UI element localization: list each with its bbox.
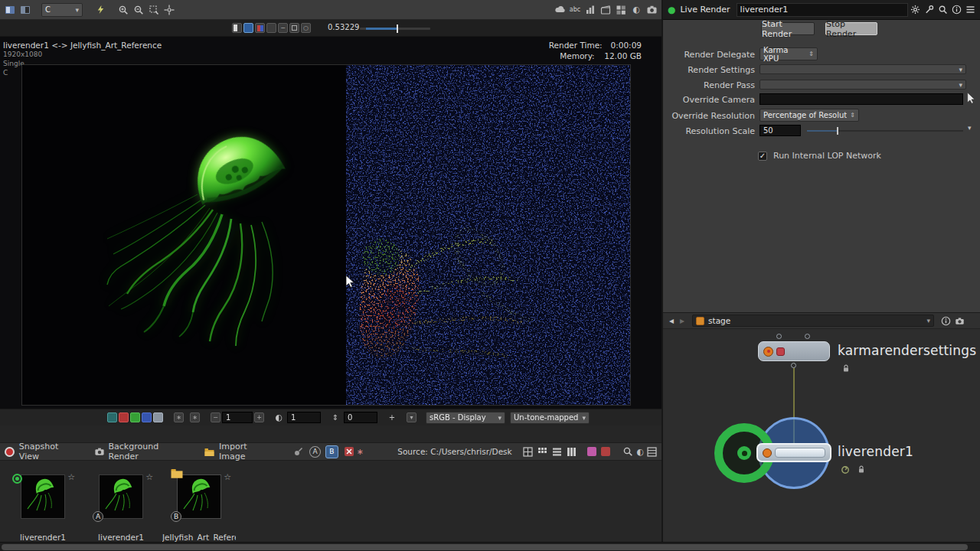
override-resolution-select[interactable]: Percentage of Resolution ⇕ <box>760 109 859 122</box>
override-camera-field[interactable] <box>760 93 963 105</box>
gallery-options-icon[interactable]: ∗ <box>354 445 368 458</box>
flipbook-icon[interactable] <box>599 3 612 17</box>
zoom-in-icon[interactable] <box>116 3 130 17</box>
nav-forward-icon[interactable]: ▸ <box>677 315 688 326</box>
inspect-pixel-icon[interactable] <box>162 3 176 17</box>
search-icon[interactable] <box>622 446 633 457</box>
tonemap-select[interactable]: Un-tone-mapped▾ <box>510 412 590 424</box>
offset-field[interactable]: 0 <box>344 412 377 423</box>
ladder-menu-icon[interactable]: ▾ <box>968 124 972 132</box>
colorspace-select[interactable]: sRGB - Display▾ <box>426 412 505 424</box>
gamma-icon[interactable]: ◐ <box>629 3 643 17</box>
display-options-icon[interactable]: ◐ <box>633 445 647 458</box>
wrench-icon[interactable] <box>922 3 936 17</box>
node-liverender1[interactable] <box>756 443 831 462</box>
background-render-button[interactable]: Background Render <box>109 442 190 461</box>
network-info-icon[interactable] <box>939 314 952 328</box>
camera-select[interactable]: C ▾ <box>41 3 83 17</box>
pane-layout-icon[interactable] <box>18 3 32 17</box>
snapshot-camera-icon[interactable] <box>645 3 658 17</box>
red-channel-icon[interactable] <box>119 412 129 422</box>
layout-grid-icon[interactable] <box>523 447 533 457</box>
frame-field[interactable]: 1 <box>222 412 253 423</box>
gamma-toggle-icon[interactable]: ◐ <box>272 411 286 425</box>
circle-mask-icon[interactable]: ○ <box>301 23 311 33</box>
text-overlay-icon[interactable]: abc <box>568 3 582 17</box>
frame-increment-button[interactable]: + <box>254 412 264 422</box>
wipe-icon[interactable] <box>266 23 276 33</box>
scrollbar-thumb[interactable] <box>2 544 968 550</box>
zoom-region-icon[interactable] <box>147 3 161 17</box>
search-icon[interactable] <box>936 3 949 17</box>
gallery-menu-icon[interactable] <box>647 447 657 457</box>
favorite-star-icon[interactable]: ☆ <box>224 472 231 482</box>
nav-back-icon[interactable]: ◂ <box>666 315 677 326</box>
snapshot-view-button[interactable]: Snapshot View <box>19 442 80 461</box>
cloud-icon[interactable] <box>553 3 567 17</box>
layout-columns-icon[interactable] <box>567 447 577 457</box>
full-view-icon[interactable] <box>243 23 253 33</box>
horizontal-scrollbar[interactable] <box>0 542 980 551</box>
adjust-menu-button[interactable]: ▾ <box>407 412 416 422</box>
resolution-scale-slider-handle[interactable] <box>837 127 838 135</box>
gear-icon[interactable] <box>908 3 922 17</box>
render-name-field[interactable]: liverender1 <box>737 3 909 17</box>
ab-compare-icon[interactable] <box>255 23 265 33</box>
subtract-icon[interactable]: − <box>278 23 288 33</box>
green-channel-icon[interactable] <box>130 412 140 422</box>
reset-adjust-icon[interactable]: + <box>385 411 399 425</box>
render-image[interactable] <box>21 64 631 406</box>
node-output-stub[interactable] <box>791 363 796 368</box>
panel-menu-icon[interactable] <box>963 3 977 17</box>
gain-slider[interactable] <box>360 28 430 30</box>
blue-channel-icon[interactable] <box>142 412 152 422</box>
render-hook-icon[interactable] <box>841 465 850 474</box>
network-path-bar[interactable]: stage ▾ <box>692 315 934 327</box>
render-settings-select[interactable]: ▾ <box>760 64 966 74</box>
render-delegate-select[interactable]: Karma XPU ⇕ <box>760 47 818 60</box>
blend-icon[interactable] <box>289 23 299 33</box>
network-canvas[interactable]: karmarendersettings liverender1 <box>663 329 980 542</box>
gain-slider-handle[interactable] <box>397 24 398 33</box>
network-snapshot-icon[interactable] <box>952 314 966 328</box>
resolution-scale-slider[interactable] <box>807 130 963 132</box>
favorite-star-icon[interactable]: ☆ <box>67 472 75 482</box>
node-karmarendersettings[interactable] <box>758 341 830 361</box>
set-compare-b-button[interactable]: B <box>325 445 338 458</box>
start-render-button[interactable]: Start Render <box>761 22 815 35</box>
favorite-star-icon[interactable]: ☆ <box>145 472 153 482</box>
persp-toggle-icon[interactable] <box>93 3 107 17</box>
render-pass-select[interactable]: ▾ <box>760 80 966 90</box>
node-chooser-icon[interactable] <box>966 93 975 104</box>
resolution-scale-field[interactable]: 50 <box>760 125 801 136</box>
gallery-item[interactable]: ☆ B Jellyfish_Art_Reference <box>162 468 236 540</box>
tiles-icon[interactable] <box>614 3 628 17</box>
run-internal-lop-checkbox[interactable]: ✓ <box>758 152 767 161</box>
gamma-field[interactable]: 1 <box>287 412 321 423</box>
favorite-filter-icon[interactable] <box>587 447 596 456</box>
color-correct-icon[interactable] <box>107 412 117 422</box>
node-input-stub[interactable] <box>805 334 810 339</box>
histogram-icon[interactable] <box>583 3 597 17</box>
frame-decrement-button[interactable]: − <box>211 412 220 422</box>
freeze-icon[interactable]: ∗ <box>174 412 184 422</box>
snapshot-record-icon[interactable] <box>5 447 15 457</box>
pixel-filter-icon[interactable]: ∗ <box>190 412 200 422</box>
split-view-icon[interactable] <box>232 23 242 33</box>
zoom-out-icon[interactable] <box>132 3 145 17</box>
wand-icon[interactable] <box>293 447 303 457</box>
gallery-item[interactable]: ☆ A liverender1 <box>84 468 158 540</box>
error-filter-icon[interactable] <box>601 447 610 456</box>
pin-pane-icon[interactable] <box>3 3 17 17</box>
alpha-channel-icon[interactable] <box>153 412 163 422</box>
delete-snapshot-icon[interactable] <box>345 447 354 456</box>
info-icon[interactable] <box>949 3 963 17</box>
node-input-stub[interactable] <box>776 334 782 339</box>
gain-value[interactable]: 0.53229 <box>328 23 359 31</box>
offset-toggle-icon[interactable]: ⇕ <box>328 411 342 425</box>
layout-list-icon[interactable] <box>552 447 562 457</box>
gallery-item[interactable]: ☆ liverender1 <box>6 468 80 540</box>
import-image-button[interactable]: Import Image <box>219 442 275 461</box>
layout-small-icon[interactable] <box>537 447 547 457</box>
set-compare-a-button[interactable]: A <box>309 446 321 458</box>
